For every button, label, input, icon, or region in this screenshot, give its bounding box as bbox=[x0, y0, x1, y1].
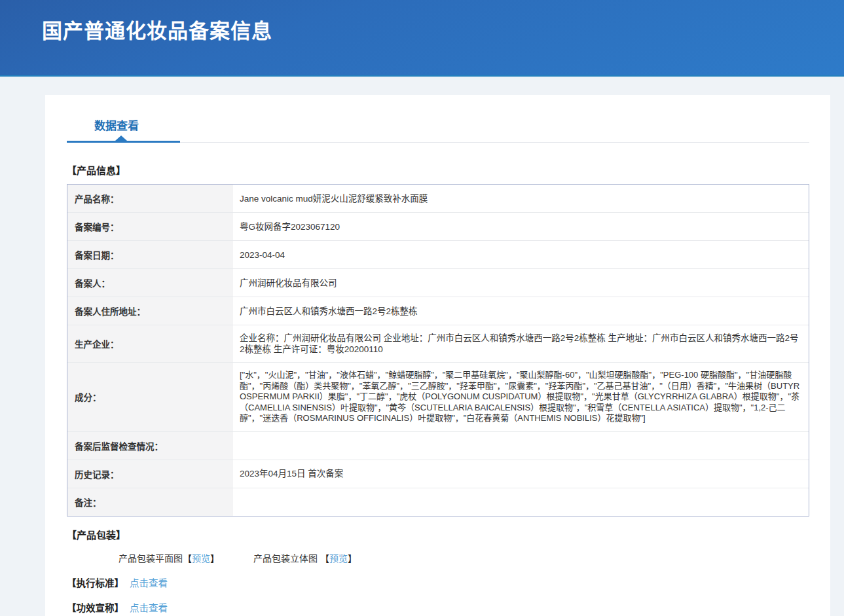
row-value: 粤G妆网备字2023067120 bbox=[233, 213, 809, 240]
row-label: 生产企业： bbox=[67, 325, 233, 362]
row-value bbox=[233, 432, 809, 460]
table-row-record-date: 备案日期： 2023-04-04 bbox=[67, 241, 809, 269]
packaging-flat-preview-link[interactable]: 预览 bbox=[192, 553, 210, 564]
tab-active-indicator bbox=[67, 141, 180, 143]
content-card: 数据查看 【产品信息】 产品名称： Jane volcanic mud妍泥火山泥… bbox=[45, 95, 830, 616]
row-value: 2023-04-04 bbox=[233, 241, 809, 268]
row-label: 成分： bbox=[67, 363, 233, 431]
page-title: 国产普通化妆品备案信息 bbox=[0, 0, 844, 44]
tab-divider bbox=[67, 141, 809, 143]
row-value: Jane volcanic mud妍泥火山泥舒缓紧致补水面膜 bbox=[233, 185, 809, 212]
packaging-links-row: 产品包装平面图【预览】产品包装立体图 【预览】 bbox=[119, 551, 830, 564]
bracket-open: 【 bbox=[320, 553, 329, 564]
product-info-table: 产品名称： Jane volcanic mud妍泥火山泥舒缓紧致补水面膜 备案编… bbox=[67, 184, 809, 516]
efficacy-row: 【功效宣称】点击查看 bbox=[67, 600, 830, 614]
row-label: 备案人住所地址： bbox=[67, 297, 233, 325]
table-row-remarks: 备注： bbox=[67, 488, 809, 516]
page-header: 国产普通化妆品备案信息 bbox=[0, 0, 844, 77]
row-label: 备案日期： bbox=[67, 241, 233, 268]
tab-data-view[interactable]: 数据查看 bbox=[94, 117, 139, 133]
row-value: 广州润研化妆品有限公司 bbox=[233, 269, 809, 297]
standards-view-link[interactable]: 点击查看 bbox=[130, 578, 168, 589]
packaging-flat-item: 产品包装平面图【预览】 bbox=[119, 551, 219, 564]
row-label: 备案编号： bbox=[67, 213, 233, 240]
row-label: 历史记录： bbox=[67, 460, 233, 488]
packaging-stereo-item: 产品包装立体图 【预览】 bbox=[253, 551, 357, 564]
packaging-stereo-label: 产品包装立体图 bbox=[253, 553, 320, 564]
standards-label: 【执行标准】 bbox=[67, 578, 124, 589]
row-value bbox=[233, 488, 809, 516]
standards-row: 【执行标准】点击查看 bbox=[67, 575, 830, 589]
table-row-supervision-check: 备案后监督检查情况： bbox=[67, 432, 809, 460]
product-info-section-title: 【产品信息】 bbox=[67, 163, 830, 177]
tab-triangle-icon bbox=[115, 136, 127, 141]
packaging-section-title: 【产品包装】 bbox=[67, 528, 830, 541]
row-value: ["水"，"火山泥"，"甘油"，"液体石蜡"，"鲸蜡硬脂醇"，"聚二甲基硅氧烷"… bbox=[233, 363, 809, 431]
table-row-manufacturer: 生产企业： 企业名称：广州润研化妆品有限公司 企业地址：广州市白云区人和镇秀水塘… bbox=[67, 325, 809, 363]
row-label: 备注： bbox=[67, 488, 233, 516]
efficacy-view-link[interactable]: 点击查看 bbox=[130, 603, 168, 613]
row-value: 广州市白云区人和镇秀水塘西一路2号2栋整栋 bbox=[233, 297, 809, 325]
row-label: 产品名称： bbox=[67, 185, 233, 212]
packaging-flat-label: 产品包装平面图 bbox=[119, 553, 183, 564]
table-row-history: 历史记录： 2023年04月15日 首次备案 bbox=[67, 460, 809, 488]
row-value: 2023年04月15日 首次备案 bbox=[233, 460, 809, 488]
table-row-registrant: 备案人： 广州润研化妆品有限公司 bbox=[67, 269, 809, 297]
row-label: 备案人： bbox=[67, 269, 233, 297]
table-row-registrant-address: 备案人住所地址： 广州市白云区人和镇秀水塘西一路2号2栋整栋 bbox=[67, 297, 809, 325]
table-row-product-name: 产品名称： Jane volcanic mud妍泥火山泥舒缓紧致补水面膜 bbox=[67, 185, 809, 213]
bracket-open: 【 bbox=[183, 553, 192, 564]
row-label: 备案后监督检查情况： bbox=[67, 432, 233, 460]
packaging-stereo-preview-link[interactable]: 预览 bbox=[329, 553, 348, 564]
row-value: 企业名称：广州润研化妆品有限公司 企业地址：广州市白云区人和镇秀水塘西一路2号2… bbox=[233, 325, 809, 362]
bracket-close: 】 bbox=[210, 553, 219, 564]
table-row-record-number: 备案编号： 粤G妆网备字2023067120 bbox=[67, 213, 809, 241]
bracket-close: 】 bbox=[348, 553, 357, 564]
efficacy-label: 【功效宣称】 bbox=[67, 603, 124, 613]
table-row-ingredients: 成分： ["水"，"火山泥"，"甘油"，"液体石蜡"，"鲸蜡硬脂醇"，"聚二甲基… bbox=[67, 363, 809, 432]
